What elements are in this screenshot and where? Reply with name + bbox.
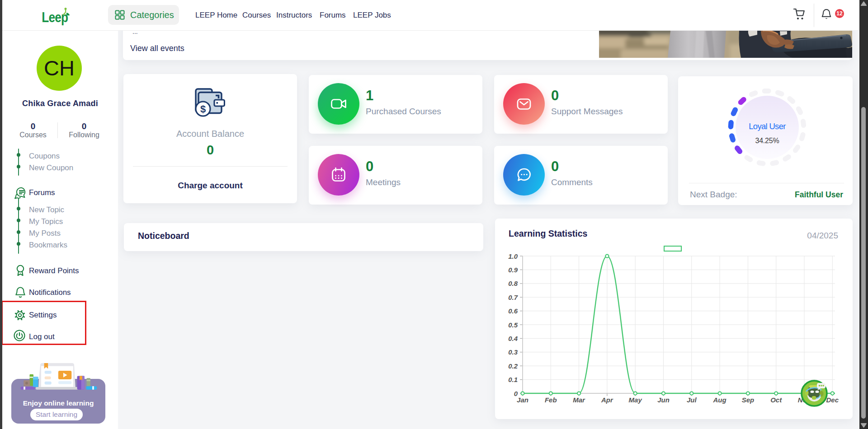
svg-text:Feb: Feb (545, 396, 557, 404)
svg-text:Dec: Dec (826, 396, 839, 404)
svg-text:0.8: 0.8 (508, 280, 518, 287)
svg-text:1.0: 1.0 (508, 252, 518, 260)
svg-text:0.2: 0.2 (508, 362, 518, 370)
svg-text:0.1: 0.1 (508, 376, 518, 383)
svg-text:0.3: 0.3 (508, 348, 518, 356)
svg-text:Aug: Aug (713, 396, 726, 404)
svg-text:Apr: Apr (601, 396, 613, 404)
svg-text:May: May (629, 396, 642, 404)
svg-text:Jan: Jan (517, 396, 528, 404)
svg-text:Sep: Sep (742, 396, 755, 404)
svg-text:Oct: Oct (770, 396, 782, 404)
svg-text:Jul: Jul (687, 396, 697, 404)
svg-text:Jun: Jun (657, 396, 670, 404)
svg-text:0.4: 0.4 (508, 335, 518, 342)
svg-text:$: $ (200, 103, 206, 115)
svg-text:Mar: Mar (573, 396, 585, 404)
svg-text:0.5: 0.5 (508, 321, 518, 329)
svg-text:Leep: Leep (42, 9, 68, 25)
svg-text:0.9: 0.9 (508, 266, 518, 274)
svg-text:0.7: 0.7 (508, 294, 518, 301)
svg-text:0.6: 0.6 (508, 307, 518, 315)
